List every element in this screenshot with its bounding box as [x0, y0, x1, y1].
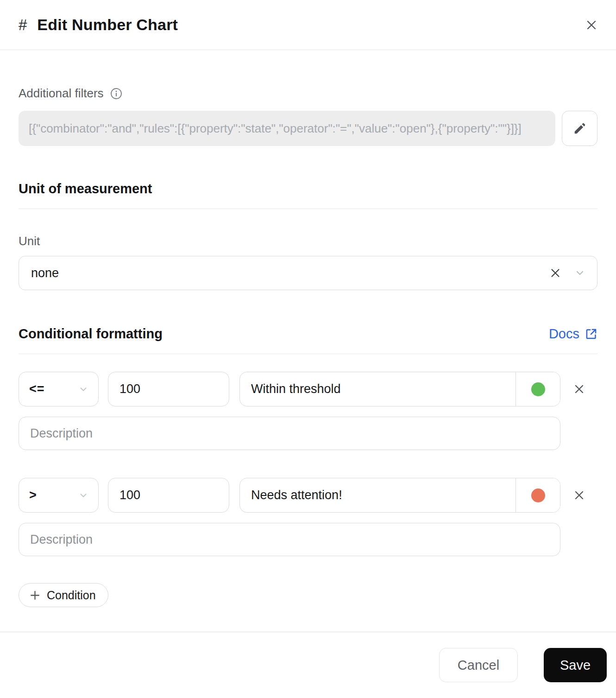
- operator-value: <=: [29, 382, 45, 396]
- close-icon: [573, 383, 585, 395]
- chevron-down-icon: [79, 385, 88, 394]
- pencil-icon: [573, 121, 587, 135]
- conditional-formatting-title: Conditional formatting: [19, 326, 163, 342]
- condition-color-picker[interactable]: [515, 372, 560, 406]
- dialog-footer: Cancel Save: [0, 632, 616, 698]
- additional-filters-label-row: Additional filters: [19, 86, 597, 101]
- unit-section-title: Unit of measurement: [19, 181, 597, 197]
- additional-filters-row: [19, 111, 597, 146]
- conditional-formatting-divider: [19, 354, 597, 354]
- save-button[interactable]: Save: [544, 648, 607, 682]
- chevron-down-icon: [79, 491, 88, 500]
- cancel-button[interactable]: Cancel: [439, 648, 518, 682]
- remove-condition-button[interactable]: [573, 489, 585, 501]
- condition-color-picker[interactable]: [515, 478, 560, 512]
- condition-operator-select[interactable]: >: [19, 478, 99, 513]
- docs-link[interactable]: Docs: [549, 326, 597, 342]
- additional-filters-input: [19, 111, 555, 146]
- close-dialog-button[interactable]: [581, 15, 602, 35]
- condition-operator-select[interactable]: <=: [19, 372, 99, 406]
- condition-row: <=: [19, 372, 597, 406]
- unit-section-divider: [19, 209, 597, 209]
- plus-icon: [29, 590, 41, 601]
- external-link-icon: [585, 328, 597, 340]
- unit-field-label: Unit: [19, 234, 597, 248]
- condition-row: >: [19, 478, 597, 513]
- condition-value-input[interactable]: [108, 478, 229, 513]
- info-icon[interactable]: [110, 88, 122, 100]
- close-icon: [573, 489, 585, 501]
- condition-label-group: [239, 478, 560, 513]
- number-chart-icon: #: [19, 16, 27, 34]
- unit-select[interactable]: none: [19, 256, 597, 290]
- condition-label-input[interactable]: [240, 478, 515, 512]
- green-status-dot: [531, 382, 545, 396]
- edit-filters-button[interactable]: [562, 111, 597, 146]
- add-condition-label: Condition: [47, 589, 96, 602]
- condition-label-group: [239, 372, 560, 406]
- dialog-body: Additional filters Unit of measurement U…: [0, 50, 616, 632]
- condition-description-input[interactable]: [19, 417, 560, 450]
- conditional-formatting-header: Conditional formatting Docs: [19, 326, 597, 342]
- operator-value: >: [29, 488, 37, 502]
- clear-icon: [550, 267, 561, 279]
- condition-description-input[interactable]: [19, 523, 560, 556]
- condition-label-input[interactable]: [240, 372, 515, 406]
- dialog-title: Edit Number Chart: [37, 16, 178, 34]
- chevron-down-icon: [575, 268, 585, 278]
- close-icon: [585, 18, 598, 32]
- add-condition-button[interactable]: Condition: [19, 583, 108, 607]
- orange-status-dot: [531, 489, 545, 502]
- additional-filters-label: Additional filters: [19, 86, 104, 101]
- unit-select-value: none: [31, 266, 59, 280]
- unit-clear-button[interactable]: [550, 267, 561, 279]
- docs-link-label: Docs: [549, 326, 579, 342]
- dialog-header: # Edit Number Chart: [0, 0, 616, 50]
- remove-condition-button[interactable]: [573, 383, 585, 395]
- condition-value-input[interactable]: [108, 372, 229, 406]
